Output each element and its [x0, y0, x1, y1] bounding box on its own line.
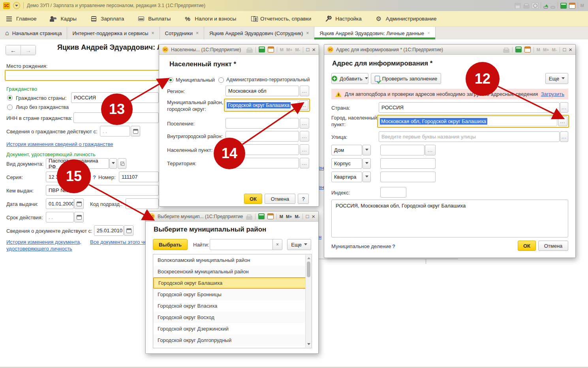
- scroll-down-icon[interactable]: [307, 343, 310, 345]
- apartment-type-caret-button[interactable]: [363, 172, 371, 182]
- get-link-icon[interactable]: [543, 6, 548, 9]
- menu-item-reports[interactable]: Отчетность, справки: [250, 15, 311, 22]
- scroll-up-icon[interactable]: [307, 257, 310, 259]
- cancel-button[interactable]: Отмена: [265, 194, 295, 204]
- find-input[interactable]: [210, 239, 273, 250]
- country-select-button[interactable]: ...: [560, 102, 568, 113]
- forward-button[interactable]: →: [21, 45, 36, 55]
- tab-personal-data[interactable]: Яцкив Андрей Эдуардович: Личные данные ×: [314, 27, 436, 39]
- address-textarea[interactable]: РОССИЯ, Московская обл, Городской округ …: [331, 200, 568, 237]
- list-item[interactable]: Городской округ Власиха: [153, 300, 312, 312]
- district-input[interactable]: Городской округ Балашиха: [225, 100, 298, 110]
- index-input[interactable]: [380, 187, 406, 198]
- street-input[interactable]: Введите первые буквы названия улицы: [379, 131, 560, 142]
- district-select-button[interactable]: ...: [299, 100, 308, 110]
- corpus-type-caret-button[interactable]: [363, 158, 371, 169]
- doc-valid-date-input[interactable]: 25.01.2010: [94, 225, 124, 236]
- more-button[interactable]: Еще: [287, 239, 311, 250]
- verify-fill-button[interactable]: Проверить заполнение: [371, 73, 441, 84]
- list-item[interactable]: Воскресенский муниципальный район: [153, 266, 312, 277]
- select-button[interactable]: Выбрать: [153, 239, 188, 250]
- corpus-type-select[interactable]: Корпус: [331, 158, 362, 169]
- m-button[interactable]: М: [537, 47, 540, 52]
- maximize-button[interactable]: □: [306, 47, 309, 52]
- back-button[interactable]: ←: [6, 45, 21, 55]
- calendar-icon[interactable]: [569, 3, 575, 9]
- all-docs-link[interactable]: Все документы этого чел: [90, 239, 150, 245]
- menu-item-taxes[interactable]: % Налоги и взносы: [184, 15, 236, 22]
- print-icon[interactable]: [246, 49, 253, 53]
- maximize-button[interactable]: □: [563, 47, 566, 52]
- m-plus-button[interactable]: М+: [543, 47, 549, 52]
- m-plus-button[interactable]: М+: [286, 214, 292, 219]
- address-dialog-titlebar[interactable]: 1С Адрес для информирования * (1С:Предпр…: [324, 45, 575, 55]
- tab-employee-card[interactable]: Яцкив Андрей Эдуардович (Сотрудник) ×: [204, 27, 314, 39]
- select-dialog-titlebar[interactable]: 1С Выберите муницип... (1С:Предприятие) …: [146, 211, 318, 222]
- close-icon[interactable]: ×: [152, 30, 154, 36]
- save-icon[interactable]: [515, 3, 521, 9]
- doc-type-open-button[interactable]: [118, 158, 126, 169]
- menu-item-main[interactable]: Главное: [6, 15, 37, 22]
- cancel-button[interactable]: Отмена: [538, 241, 568, 251]
- region-input[interactable]: Московская обл: [225, 86, 299, 96]
- find-clear-button[interactable]: ×: [272, 239, 282, 250]
- calendar-icon[interactable]: [268, 47, 274, 52]
- ok-button[interactable]: ОК: [244, 194, 262, 204]
- doc-type-dropdown-button[interactable]: [109, 158, 117, 169]
- city-district-select-button[interactable]: ...: [300, 131, 309, 142]
- menu-item-staff[interactable]: Кадры: [50, 15, 77, 22]
- list-item[interactable]: Волоколамский муниципальный район: [153, 254, 312, 266]
- close-icon[interactable]: ×: [306, 30, 309, 36]
- municipal-radio[interactable]: [168, 77, 173, 83]
- issue-date-calendar-button[interactable]: [74, 198, 84, 209]
- m-button[interactable]: М: [280, 214, 283, 219]
- print-icon[interactable]: [246, 216, 252, 220]
- citizenship-history-link[interactable]: История изменения сведений о гражданстве: [6, 141, 113, 147]
- calculator-icon[interactable]: [259, 47, 265, 52]
- city-input[interactable]: Московская обл, Городской округ Балашиха: [379, 116, 557, 126]
- m-minus-button[interactable]: М-: [295, 47, 301, 52]
- corpus-input[interactable]: [380, 158, 436, 169]
- m-plus-button[interactable]: М+: [286, 47, 293, 52]
- close-icon[interactable]: ×: [196, 30, 199, 36]
- issue-date-input[interactable]: 01.01.2000: [46, 198, 74, 209]
- house-select-button[interactable]: ...: [425, 145, 436, 155]
- settlement-select-button[interactable]: ...: [300, 118, 309, 129]
- close-button[interactable]: ×: [569, 47, 572, 52]
- house-input[interactable]: [380, 145, 425, 155]
- number-input[interactable]: 111107: [119, 172, 159, 182]
- close-button[interactable]: ×: [312, 47, 316, 52]
- close-icon[interactable]: ×: [427, 30, 430, 36]
- validity-date-input[interactable]: . .: [46, 212, 74, 222]
- doc-valid-calendar-button[interactable]: [124, 225, 133, 236]
- series-help-button[interactable]: ?: [93, 174, 96, 180]
- tab-internet-support[interactable]: Интернет-поддержка и сервисы ×: [67, 27, 160, 39]
- calculator-icon[interactable]: [560, 3, 567, 9]
- main-menu-button[interactable]: [13, 2, 20, 9]
- m-minus-button[interactable]: М-: [552, 47, 557, 52]
- street-select-button[interactable]: ...: [560, 131, 568, 142]
- ok-button[interactable]: ОК: [518, 241, 536, 251]
- list-scrollbar[interactable]: [305, 255, 312, 347]
- load-address-data-link[interactable]: Загрузить: [541, 91, 564, 97]
- region-select-button[interactable]: ...: [300, 86, 309, 96]
- stateless-radio[interactable]: [7, 105, 13, 110]
- list-item[interactable]: Городской округ Долгопрудный: [153, 334, 312, 346]
- dept-code-input[interactable]: [126, 198, 159, 209]
- print-icon[interactable]: [523, 5, 530, 9]
- birth-place-input[interactable]: [5, 70, 160, 81]
- menu-item-payments[interactable]: Выплаты: [137, 15, 171, 22]
- citizenship-valid-date-input[interactable]: . .: [100, 126, 130, 136]
- admin-territorial-radio[interactable]: [218, 77, 224, 83]
- citizenship-valid-calendar-button[interactable]: [131, 126, 140, 136]
- maximize-button[interactable]: □: [306, 214, 309, 219]
- house-type-caret-button[interactable]: [363, 145, 371, 155]
- list-item[interactable]: Городской округ Дзержинский: [153, 323, 312, 334]
- list-item-selected[interactable]: Городской округ Балашиха: [153, 277, 312, 289]
- calculator-icon[interactable]: [515, 47, 522, 52]
- territory-select-button[interactable]: ...: [300, 158, 309, 168]
- tab-employees[interactable]: Сотрудники ×: [160, 27, 204, 39]
- citizenship-country-radio[interactable]: [7, 95, 13, 101]
- add-button[interactable]: Добавить: [331, 73, 368, 84]
- list-item[interactable]: Городской округ Восход: [153, 312, 312, 323]
